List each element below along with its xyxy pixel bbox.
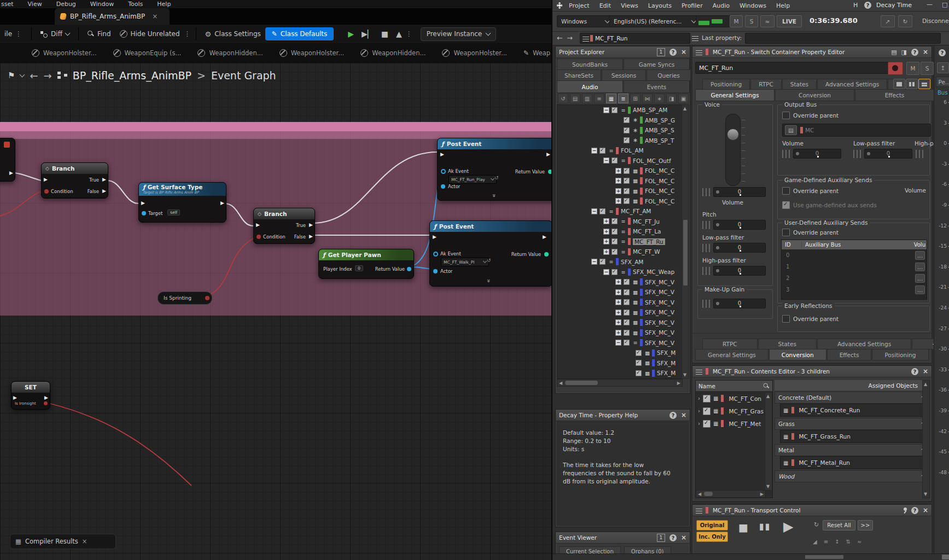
help-icon[interactable]: ? bbox=[911, 507, 918, 514]
reset-to-default-icon[interactable]: ↺ bbox=[494, 175, 499, 180]
assigned-column-header[interactable]: Assigned Objects bbox=[775, 380, 922, 390]
tab[interactable]: Events bbox=[624, 80, 690, 93]
sync-icon[interactable]: ↻ bbox=[898, 15, 912, 27]
tab[interactable]: Conversion bbox=[769, 349, 826, 360]
checkbox[interactable] bbox=[703, 407, 711, 415]
exec-in-pin[interactable]: ▶ bbox=[141, 200, 145, 206]
help-icon[interactable]: ? bbox=[911, 368, 918, 375]
preview-instance-dropdown[interactable]: Preview Instance bbox=[421, 27, 497, 41]
volume-value[interactable]: 0 bbox=[713, 187, 766, 197]
remote-connect-icon[interactable]: ↗ bbox=[881, 15, 895, 27]
post-event-node-2[interactable]: ƒPost Event ▶ ▶ Ak Event MC_FT_Walk_Pl ↺… bbox=[429, 220, 551, 287]
close-icon[interactable]: × bbox=[681, 534, 686, 541]
forward-arrow-icon[interactable]: → bbox=[44, 70, 52, 81]
toolbar-icon[interactable]: ↺ bbox=[558, 94, 568, 103]
tree-vscrollbar[interactable]: ▲ ▼ bbox=[682, 104, 689, 379]
expander-icon[interactable]: + bbox=[615, 289, 621, 295]
exec-out-pin[interactable]: ▶ bbox=[220, 200, 224, 206]
inc-only-toggle[interactable]: Inc. Only bbox=[696, 532, 728, 542]
tab[interactable]: Queries bbox=[647, 69, 691, 81]
layout-rows-button[interactable] bbox=[918, 79, 930, 89]
mute-button[interactable]: M bbox=[730, 15, 743, 27]
true-exec-pin[interactable]: ▶ bbox=[309, 222, 313, 228]
compile-options-icon[interactable]: ⋮ bbox=[15, 30, 22, 38]
exec-in-pin[interactable]: ▶ bbox=[13, 395, 17, 400]
checkbox[interactable] bbox=[624, 127, 630, 133]
menu-item[interactable]: Windows bbox=[740, 2, 766, 9]
exec-in-pin[interactable]: ▶ bbox=[440, 151, 444, 157]
play-button[interactable]: ▶ bbox=[348, 30, 354, 38]
live-button[interactable]: LIVE bbox=[777, 15, 802, 27]
override-parent-row[interactable]: Override parent bbox=[782, 229, 839, 236]
help-icon[interactable]: ? bbox=[911, 49, 918, 56]
switch-assignment-header[interactable]: Metal bbox=[775, 444, 930, 456]
return-value-pin[interactable] bbox=[544, 252, 549, 256]
use-game-aux-row[interactable]: Use game-defined aux sends bbox=[782, 201, 877, 209]
menu-item[interactable]: Window bbox=[90, 1, 114, 8]
notify-item[interactable]: ✎ WeaponHolster... bbox=[280, 49, 345, 57]
volume-slider-track[interactable] bbox=[725, 114, 741, 186]
hide-unrelated-options-icon[interactable]: ⋮ bbox=[184, 30, 191, 38]
tab[interactable]: RTPC bbox=[702, 339, 758, 349]
expander-icon[interactable]: + bbox=[615, 178, 621, 184]
tree-item[interactable]: + SFX_MC_V bbox=[557, 318, 682, 328]
expander-icon[interactable]: + bbox=[603, 218, 609, 224]
notify-item[interactable]: ✎ WeaponHidden... bbox=[197, 49, 263, 57]
makeup-gain-value[interactable]: 0 bbox=[713, 299, 766, 308]
tree-item[interactable]: − SFX_MC_V bbox=[557, 338, 682, 348]
project-explorer-titlebar[interactable]: Project Explorer 1 ? × bbox=[556, 46, 690, 58]
contents-editor-titlebar[interactable]: MC_FT_Run - Contents Editor - 3 children… bbox=[692, 366, 931, 377]
menu-item[interactable]: Edit bbox=[599, 2, 611, 9]
tree-item[interactable]: + FOL_MC_C bbox=[557, 166, 682, 176]
help-icon[interactable]: ? bbox=[669, 49, 677, 56]
tree-item[interactable]: + SFX_MC_V bbox=[557, 307, 682, 318]
target-pin[interactable] bbox=[142, 211, 146, 215]
browse-button[interactable]: ... bbox=[915, 274, 925, 283]
return-value-pin[interactable] bbox=[407, 267, 411, 271]
expander-icon[interactable]: − bbox=[591, 259, 597, 265]
tab[interactable]: Game Syncs bbox=[624, 59, 690, 70]
expander-icon[interactable]: + bbox=[615, 168, 621, 174]
menu-item[interactable]: Help bbox=[776, 2, 790, 9]
resize-grip[interactable] bbox=[942, 555, 949, 559]
asset-tab[interactable]: BP_Rifle_Arms_AnimBP × bbox=[55, 8, 170, 25]
expander-icon[interactable]: − bbox=[603, 158, 609, 164]
switch-assignment-header[interactable]: Concrete (Default) bbox=[775, 392, 930, 404]
checkbox[interactable] bbox=[636, 370, 642, 376]
ak-event-pin[interactable] bbox=[441, 169, 446, 174]
class-settings-button[interactable]: ⚙Class Settings bbox=[201, 30, 265, 38]
transport-titlebar[interactable]: MC_FT_Run - Transport Control ? × bbox=[692, 505, 931, 516]
assigned-object-row[interactable]: ▦MC_FT_Metal_Run bbox=[780, 456, 924, 469]
toolbar-icon[interactable]: ⊞ bbox=[630, 94, 641, 103]
player-index-field[interactable]: 0 bbox=[355, 265, 363, 271]
tab[interactable]: States bbox=[758, 339, 817, 349]
get-player-pawn-node[interactable]: ƒGet Player Pawn Player Index 0 Return V… bbox=[318, 249, 414, 279]
tab[interactable]: ShareSets bbox=[557, 69, 601, 81]
help-icon[interactable]: ? bbox=[939, 49, 946, 56]
save-icon[interactable]: ◨ bbox=[901, 49, 907, 56]
get-surface-type-node[interactable]: ƒ Get Surface Type Target is BP Rifle Ar… bbox=[138, 182, 226, 223]
profiler-graph-icon[interactable]: ≈ bbox=[760, 15, 775, 27]
assigned-object-row[interactable]: ▦MC_FT_Grass_Run bbox=[780, 430, 924, 443]
tree-item[interactable]: + SFX_MC_V bbox=[557, 298, 682, 308]
toolbar-icon[interactable]: ≣ bbox=[618, 94, 628, 103]
ak-event-dropdown[interactable]: MC_FT_Walk_Pl bbox=[441, 258, 489, 266]
find-button[interactable]: Find bbox=[83, 30, 115, 38]
bus-volume-value[interactable]: 0 bbox=[793, 149, 841, 159]
volume-slider-handle[interactable] bbox=[727, 129, 739, 141]
help-icon[interactable]: ? bbox=[864, 2, 871, 9]
help-icon[interactable]: ? bbox=[669, 412, 677, 419]
notify-item[interactable]: ✎ WeaponEquip (s... bbox=[113, 49, 182, 57]
toolbar-icon[interactable]: ▤ bbox=[570, 94, 580, 103]
forward-arrow-icon[interactable]: → bbox=[567, 34, 573, 42]
last-property-field[interactable] bbox=[745, 33, 941, 44]
tab[interactable]: RTPC bbox=[750, 79, 782, 90]
checkbox[interactable] bbox=[624, 117, 630, 123]
contents-row[interactable]: › ▦ MC_FT_Met bbox=[696, 417, 772, 430]
layout-columns-button[interactable] bbox=[906, 79, 918, 89]
stop-button[interactable]: ■ bbox=[381, 30, 388, 38]
branch-node-1[interactable]: ◇Branch ▶ True ▶ Condition False ▶ bbox=[41, 162, 108, 199]
toolbar-icon[interactable]: ▣ bbox=[678, 94, 689, 103]
reset-to-default-icon[interactable]: ↺ bbox=[487, 258, 491, 263]
checkbox[interactable] bbox=[612, 269, 618, 275]
